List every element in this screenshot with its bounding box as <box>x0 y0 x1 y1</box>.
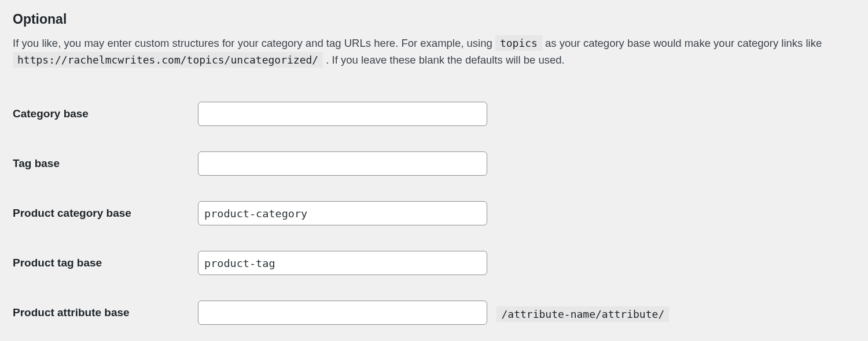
desc-code-url: https://rachelmcwrites.com/topics/uncate… <box>13 52 323 68</box>
row-product-tag-base: Product tag base <box>13 238 855 288</box>
desc-code-topics: topics <box>495 35 542 51</box>
section-description: If you like, you may enter custom struct… <box>13 35 855 68</box>
desc-text-3: . If you leave these blank the defaults … <box>326 54 564 66</box>
label-product-tag-base: Product tag base <box>13 257 102 269</box>
row-product-attribute-base: Product attribute base /attribute-name/a… <box>13 288 855 338</box>
product-category-base-input[interactable] <box>198 201 487 225</box>
label-product-category-base: Product category base <box>13 207 131 219</box>
row-tag-base: Tag base <box>13 139 855 188</box>
product-attribute-base-input[interactable] <box>198 301 487 325</box>
label-category-base: Category base <box>13 108 89 120</box>
desc-text-1: If you like, you may enter custom struct… <box>13 37 495 49</box>
product-tag-base-input[interactable] <box>198 251 487 275</box>
tag-base-input[interactable] <box>198 151 487 176</box>
label-product-attribute-base: Product attribute base <box>13 306 130 318</box>
section-heading: Optional <box>13 12 855 27</box>
optional-form-table: Category base Tag base Product category … <box>13 89 855 338</box>
optional-section: Optional If you like, you may enter cust… <box>0 0 868 338</box>
row-category-base: Category base <box>13 89 855 139</box>
product-attribute-base-suffix: /attribute-name/attribute/ <box>496 306 669 322</box>
category-base-input[interactable] <box>198 102 487 126</box>
label-tag-base: Tag base <box>13 157 60 169</box>
row-product-category-base: Product category base <box>13 188 855 238</box>
desc-text-2: as your category base would make your ca… <box>545 37 822 49</box>
